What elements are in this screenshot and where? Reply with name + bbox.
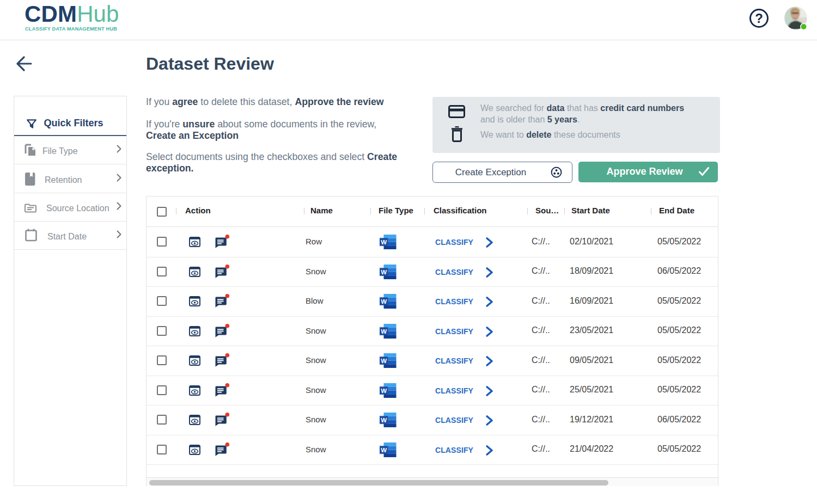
svg-text:W: W: [381, 417, 387, 423]
svg-text:W: W: [381, 239, 387, 245]
svg-text:W: W: [381, 298, 387, 305]
svg-text:W: W: [381, 387, 387, 394]
svg-text:W: W: [381, 328, 387, 334]
svg-text:W: W: [381, 358, 387, 364]
svg-text:W: W: [381, 446, 387, 453]
svg-text:W: W: [381, 268, 387, 275]
